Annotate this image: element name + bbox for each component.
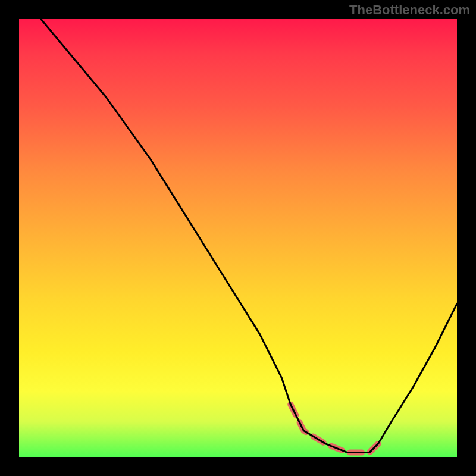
bottleneck-curve: [41, 19, 457, 453]
curve-layer: [19, 19, 457, 457]
highlight-segment: [290, 405, 378, 453]
chart-frame: TheBottleneck.com: [0, 0, 476, 476]
attribution-text: TheBottleneck.com: [349, 2, 470, 18]
plot-area: [19, 19, 457, 457]
